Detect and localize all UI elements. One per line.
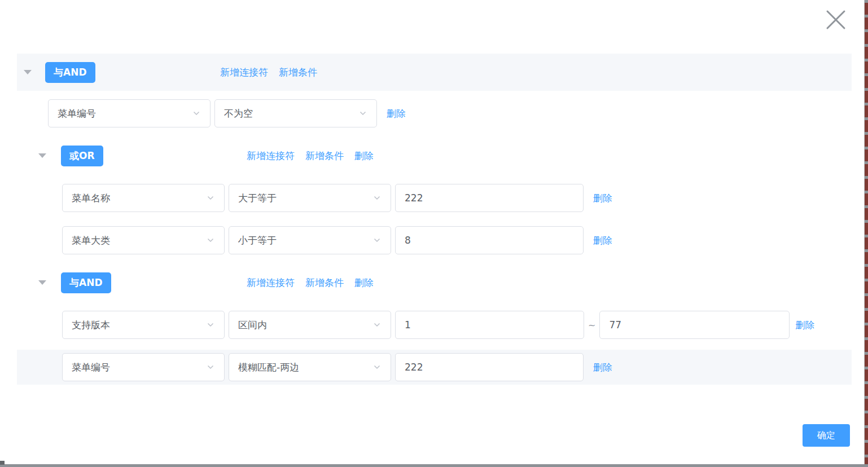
chevron-down-icon	[372, 193, 382, 202]
window-bottom-border	[0, 464, 868, 467]
condition-row: 支持版本 区间内 ~ 删除	[62, 311, 814, 339]
delete-condition-link[interactable]: 删除	[593, 234, 612, 247]
field-select-value: 菜单名称	[72, 192, 201, 205]
connector-actions: 新增连接符 新增条件 删除	[247, 149, 374, 162]
connector-row-and: 与AND 新增连接符 新增条件 删除	[17, 268, 852, 297]
value-input[interactable]	[395, 353, 584, 381]
collapse-caret-icon[interactable]	[24, 70, 32, 74]
chevron-down-icon	[372, 320, 382, 329]
condition-row: 菜单编号 不为空 删除	[48, 99, 406, 127]
field-select-value: 菜单大类	[72, 234, 201, 247]
condition-row: 菜单编号 模糊匹配-两边 删除	[62, 353, 612, 381]
page-edge-dashed-strip	[864, 0, 868, 467]
chevron-down-icon	[206, 193, 215, 202]
operator-select[interactable]: 区间内	[229, 311, 391, 339]
range-from-input[interactable]	[395, 311, 584, 339]
operator-select[interactable]: 大于等于	[229, 184, 391, 212]
field-select[interactable]: 支持版本	[62, 311, 225, 339]
condition-row: 菜单名称 大于等于 删除	[62, 184, 612, 212]
add-connector-link[interactable]: 新增连接符	[220, 66, 268, 79]
delete-condition-link[interactable]: 删除	[387, 107, 406, 120]
connector-actions: 新增连接符 新增条件 删除	[247, 276, 374, 289]
range-separator: ~	[588, 320, 595, 331]
connector-type-badge[interactable]: 与AND	[61, 272, 111, 293]
connector-row-root: 与AND 新增连接符 新增条件	[17, 54, 852, 91]
operator-select-value: 大于等于	[238, 192, 368, 205]
add-condition-link[interactable]: 新增条件	[279, 66, 317, 79]
chevron-down-icon	[372, 236, 382, 245]
value-input[interactable]	[395, 184, 584, 212]
collapse-caret-icon[interactable]	[38, 280, 46, 285]
collapse-caret-icon[interactable]	[38, 153, 46, 158]
add-condition-link[interactable]: 新增条件	[305, 149, 344, 162]
field-select[interactable]: 菜单名称	[62, 184, 225, 212]
chevron-down-icon	[192, 109, 201, 118]
operator-select-value: 不为空	[224, 107, 354, 120]
operator-select[interactable]: 小于等于	[229, 226, 391, 254]
field-select[interactable]: 菜单编号	[62, 353, 225, 381]
operator-select-value: 区间内	[238, 319, 368, 332]
connector-type-badge[interactable]: 与AND	[45, 62, 95, 83]
chevron-down-icon	[206, 236, 215, 245]
value-input[interactable]	[395, 226, 584, 254]
chevron-down-icon	[358, 109, 367, 118]
close-icon[interactable]	[826, 10, 846, 30]
field-select-value: 菜单编号	[58, 107, 187, 120]
field-select-value: 支持版本	[72, 319, 201, 332]
add-connector-link[interactable]: 新增连接符	[247, 276, 295, 289]
connector-type-badge[interactable]: 或OR	[61, 146, 103, 166]
delete-connector-link[interactable]: 删除	[354, 276, 374, 289]
condition-row: 菜单大类 小于等于 删除	[62, 226, 612, 254]
add-condition-link[interactable]: 新增条件	[305, 276, 344, 289]
connector-actions: 新增连接符 新增条件	[220, 66, 317, 79]
delete-condition-link[interactable]: 删除	[593, 192, 612, 205]
chevron-down-icon	[372, 363, 382, 372]
filter-condition-dialog: 与AND 新增连接符 新增条件 菜单编号 不为空 删除 或OR 新增连接符 新增…	[0, 0, 868, 467]
field-select-value: 菜单编号	[72, 361, 201, 374]
delete-condition-link[interactable]: 删除	[795, 319, 814, 332]
chevron-down-icon	[206, 320, 215, 329]
field-select[interactable]: 菜单编号	[48, 99, 211, 127]
confirm-button[interactable]: 确定	[803, 424, 850, 447]
connector-row-or: 或OR 新增连接符 新增条件 删除	[17, 142, 852, 170]
field-select[interactable]: 菜单大类	[62, 226, 225, 254]
delete-condition-link[interactable]: 删除	[593, 361, 612, 374]
add-connector-link[interactable]: 新增连接符	[247, 149, 295, 162]
chevron-down-icon	[206, 363, 215, 372]
window-corner-notch	[0, 461, 5, 465]
delete-connector-link[interactable]: 删除	[354, 149, 374, 162]
operator-select-value: 模糊匹配-两边	[238, 361, 368, 374]
range-to-input[interactable]	[599, 311, 790, 339]
operator-select[interactable]: 不为空	[214, 99, 377, 127]
operator-select[interactable]: 模糊匹配-两边	[229, 353, 391, 381]
operator-select-value: 小于等于	[238, 234, 368, 247]
